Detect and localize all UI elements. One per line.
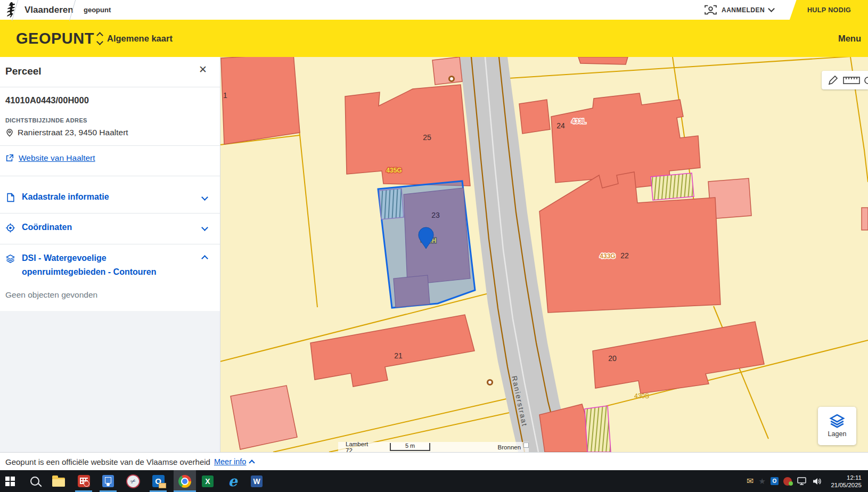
volume-icon[interactable] bbox=[812, 477, 823, 486]
brand-vlaanderen[interactable]: Vlaanderen bbox=[24, 0, 73, 20]
section-coordinaten[interactable]: Coördinaten bbox=[5, 220, 215, 234]
building-23-annex bbox=[394, 275, 430, 307]
mail-tray-icon[interactable]: ✉ bbox=[747, 476, 754, 486]
external-link-icon bbox=[5, 154, 14, 162]
taskbar-file-explorer[interactable] bbox=[51, 470, 67, 492]
login-label: AANMELDEN bbox=[722, 6, 765, 14]
nearest-address: Ranierstraat 23, 9450 Haaltert bbox=[18, 128, 128, 137]
chevron-down-icon bbox=[201, 194, 208, 201]
projection-label: Lambert 72 bbox=[346, 441, 376, 454]
layers-button-label: Lagen bbox=[828, 430, 847, 438]
star-tray-icon[interactable]: ★ bbox=[758, 477, 765, 486]
map-label-house-25: 25 bbox=[423, 133, 431, 142]
map-label-house-1: 1 bbox=[223, 91, 227, 100]
map-label-house-20: 20 bbox=[608, 354, 617, 363]
map-viewport[interactable]: 1 25 24 23 22 21 20 435G 433L 443H 433G … bbox=[220, 57, 868, 452]
map-label-house-24: 24 bbox=[556, 121, 565, 130]
geopunt-wordmark[interactable]: GEOPUNT bbox=[16, 20, 94, 57]
section-label: DSI - Watergevoelige openruimtegebieden … bbox=[22, 251, 172, 279]
windows-taskbar: ✂ O X e W ✉ ★ O 12:11 21/05/2025 bbox=[0, 470, 868, 492]
folder-icon bbox=[52, 478, 65, 487]
network-display-icon[interactable] bbox=[797, 477, 807, 486]
section-label: Kadastrale informatie bbox=[22, 190, 172, 204]
pencil-icon[interactable] bbox=[829, 76, 837, 84]
outlook-tray-icon[interactable]: O bbox=[771, 477, 779, 485]
chevron-down-icon bbox=[201, 224, 208, 231]
target-icon bbox=[5, 223, 15, 233]
taskbar-snipping-tool[interactable]: ✂ bbox=[125, 470, 142, 492]
internet-explorer-icon: e bbox=[228, 474, 237, 488]
building-pale-top bbox=[432, 57, 462, 85]
menu-button[interactable]: Menu bbox=[838, 20, 861, 57]
taskbar-planner-app[interactable] bbox=[75, 470, 92, 492]
taskbar-word[interactable]: W bbox=[248, 470, 265, 492]
taskbar-certificate-app[interactable] bbox=[100, 470, 117, 492]
swap-icon bbox=[97, 33, 102, 44]
taskbar-excel[interactable]: X bbox=[199, 470, 216, 492]
section-dsi-watergevoelige[interactable]: DSI - Watergevoelige openruimtegebieden … bbox=[5, 251, 215, 279]
cadastral-map[interactable]: 1 25 24 23 22 21 20 435G 433L 443H 433G … bbox=[220, 57, 868, 452]
building-23 bbox=[404, 188, 470, 285]
building-25 bbox=[345, 85, 470, 186]
system-tray: ✉ ★ O bbox=[747, 470, 823, 492]
map-label-cad-433G: 433G bbox=[600, 252, 615, 260]
taskbar-chrome[interactable] bbox=[174, 470, 196, 492]
footer-text: Geopunt is een officiële website van de … bbox=[5, 457, 210, 466]
panel-title: Perceel bbox=[5, 65, 42, 77]
outlook-icon: O bbox=[152, 475, 165, 487]
close-icon[interactable]: ✕ bbox=[199, 63, 207, 76]
website-link-row: Website van Haaltert bbox=[5, 153, 95, 163]
sources-icon bbox=[523, 442, 529, 448]
location-pin-icon bbox=[5, 128, 14, 137]
more-info-link[interactable]: Meer info bbox=[214, 457, 246, 466]
vlaanderen-lion-logo bbox=[4, 2, 18, 18]
start-button[interactable] bbox=[2, 470, 18, 492]
excel-icon: X bbox=[202, 475, 214, 487]
layers-icon bbox=[5, 253, 15, 264]
map-toolbar bbox=[822, 71, 868, 89]
map-label-cad-435G: 435G bbox=[386, 167, 402, 174]
layers-icon bbox=[829, 414, 845, 428]
taskbar-internet-explorer[interactable]: e bbox=[224, 470, 241, 492]
parcel-id: 41010A0443/00H000 bbox=[5, 95, 89, 105]
top-header: Vlaanderen geopunt AANMELDEN HULP NODIG bbox=[0, 0, 868, 20]
section-kadastrale-informatie[interactable]: Kadastrale informatie bbox=[5, 190, 215, 204]
login-button[interactable]: AANMELDEN bbox=[704, 0, 774, 20]
partial-tool-icon[interactable] bbox=[865, 77, 868, 84]
map-label-house-23: 23 bbox=[431, 211, 440, 219]
windows-logo-icon bbox=[5, 477, 15, 486]
nearest-address-label: DICHTSTBIJZIJNDE ADRES bbox=[5, 117, 87, 124]
map-switcher[interactable]: Algemene kaart bbox=[97, 20, 173, 57]
nearest-address-row: Ranierstraat 23, 9450 Haaltert bbox=[5, 128, 128, 137]
map-scalebar: Lambert 72 5 m Bronnen bbox=[338, 442, 529, 452]
geopunt-banner: GEOPUNT Algemene kaart Menu bbox=[0, 20, 868, 57]
sources-label[interactable]: Bronnen bbox=[498, 444, 521, 450]
parcel-info-panel: Perceel ✕ 41010A0443/00H000 DICHTSTBIJZI… bbox=[0, 57, 220, 452]
taskbar-search-button[interactable] bbox=[27, 470, 43, 492]
clock-time: 12:11 bbox=[831, 474, 862, 481]
scissors-icon: ✂ bbox=[124, 472, 143, 490]
map-switcher-label: Algemene kaart bbox=[107, 34, 173, 44]
map-label-house-22: 22 bbox=[620, 251, 629, 260]
user-frame-icon bbox=[704, 4, 717, 15]
section-empty-text: Geen objecten gevonden bbox=[5, 290, 97, 300]
building-road-right bbox=[519, 100, 550, 134]
document-icon bbox=[5, 192, 15, 203]
map-label-cad-433L: 433L bbox=[571, 118, 586, 125]
taskbar-clock[interactable]: 12:11 21/05/2025 bbox=[831, 470, 862, 492]
chevron-up-icon bbox=[201, 255, 208, 262]
clock-date: 21/05/2025 bbox=[831, 481, 862, 489]
taskbar-outlook[interactable]: O bbox=[150, 470, 167, 492]
layers-button[interactable]: Lagen bbox=[818, 407, 856, 445]
chevron-down-icon bbox=[768, 5, 775, 12]
scale-distance: 5 m bbox=[390, 443, 430, 451]
status-tray-icon[interactable] bbox=[783, 477, 792, 486]
help-button[interactable]: HULP NODIG bbox=[783, 0, 868, 20]
certificate-icon bbox=[102, 475, 114, 487]
website-link[interactable]: Website van Haaltert bbox=[19, 153, 95, 163]
breadcrumb-geopunt[interactable]: geopunt bbox=[84, 0, 111, 20]
help-label: HULP NODIG bbox=[800, 6, 851, 14]
building-1 bbox=[221, 57, 300, 144]
search-icon bbox=[30, 477, 39, 486]
word-icon: W bbox=[251, 475, 263, 487]
